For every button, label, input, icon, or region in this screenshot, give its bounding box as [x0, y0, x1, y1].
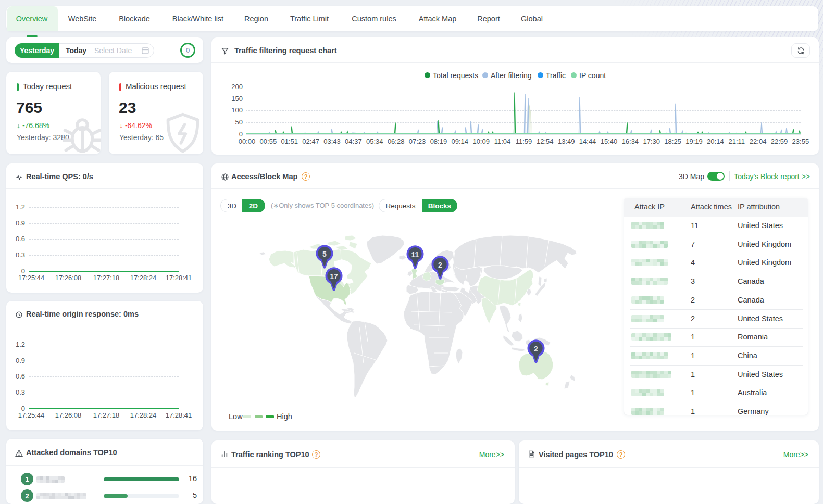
svg-text:5: 5: [322, 250, 327, 258]
svg-text:2: 2: [534, 345, 538, 353]
svg-text:2: 2: [438, 261, 442, 269]
svg-text:11: 11: [412, 250, 419, 259]
svg-text:17: 17: [330, 272, 338, 281]
